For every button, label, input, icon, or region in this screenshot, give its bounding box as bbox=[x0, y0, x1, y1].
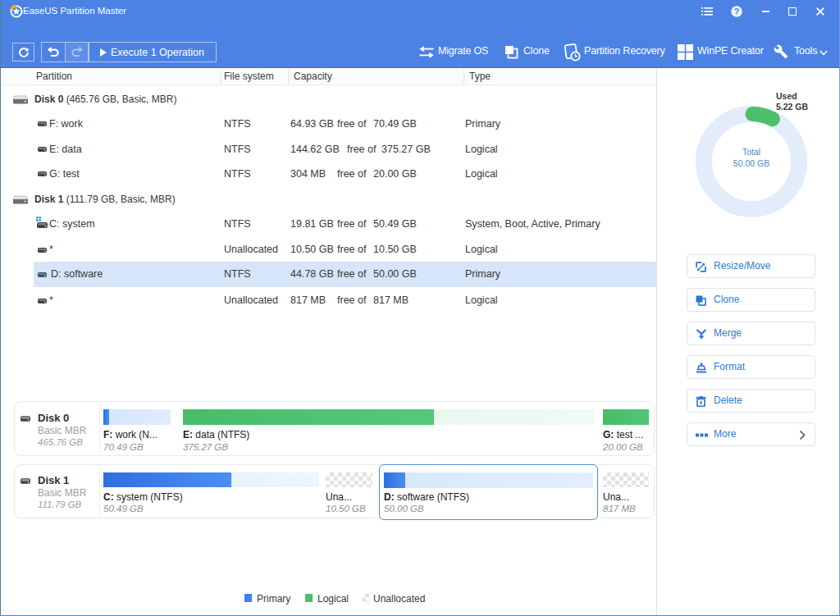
svg-text:?: ? bbox=[734, 6, 739, 16]
